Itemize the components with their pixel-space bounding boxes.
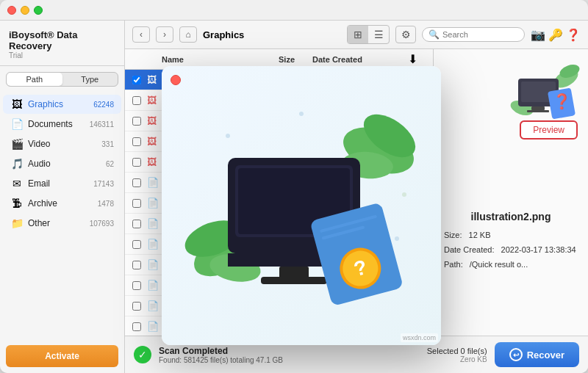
sidebar-item-email[interactable]: ✉ Email 17143 bbox=[3, 174, 121, 193]
list-view-button[interactable]: ☰ bbox=[368, 26, 389, 43]
file-checkbox-4[interactable] bbox=[132, 158, 147, 167]
archive-icon: 🗜 bbox=[10, 197, 24, 210]
svg-rect-6 bbox=[527, 110, 549, 112]
search-input[interactable] bbox=[442, 30, 518, 39]
preview-path-value: /Quick result o... bbox=[470, 260, 528, 269]
scan-title: Scan Completed bbox=[159, 346, 427, 356]
file-type-icon-6: 📄 bbox=[147, 198, 162, 209]
section-title: Graphics bbox=[203, 29, 341, 40]
file-checkbox-7[interactable] bbox=[132, 220, 147, 228]
file-checkbox-5[interactable] bbox=[132, 178, 147, 187]
maximize-button[interactable] bbox=[34, 6, 43, 15]
file-checkbox-0[interactable] bbox=[132, 76, 147, 84]
app-trial: Trial bbox=[9, 51, 115, 59]
file-type-icon-0: 🖼 bbox=[147, 74, 162, 85]
file-type-icon-3: 🖼 bbox=[147, 136, 162, 147]
svg-rect-25 bbox=[279, 267, 309, 278]
preview-path-row: Path: /Quick result o... bbox=[444, 258, 578, 272]
popup-overlay: ? wsxdn.com bbox=[162, 66, 441, 345]
popup-illustration: ? bbox=[184, 92, 419, 319]
preview-size-row: Size: 12 KB bbox=[444, 228, 578, 243]
minimize-button[interactable] bbox=[21, 6, 29, 15]
app-header: iBoysoft® Data Recovery Trial bbox=[0, 21, 124, 66]
svg-rect-5 bbox=[531, 106, 545, 110]
preview-panel: ❓ Preview illustration2.png Size: 12 KB … bbox=[434, 49, 588, 336]
recover-button[interactable]: ↩ Recover bbox=[495, 342, 579, 367]
scan-info: Scan Completed Found: 581425 file(s) tot… bbox=[159, 346, 427, 364]
close-button[interactable] bbox=[7, 6, 16, 15]
file-checkbox-10[interactable] bbox=[132, 281, 147, 290]
info-icon-button[interactable]: 🔑 bbox=[548, 28, 563, 42]
file-checkbox-6[interactable] bbox=[132, 199, 147, 208]
path-tab[interactable]: Path bbox=[7, 73, 62, 86]
file-type-icon-12: 📄 bbox=[147, 321, 162, 332]
file-checkbox-12[interactable] bbox=[132, 322, 147, 331]
popup-image: ? bbox=[162, 66, 441, 345]
selected-files: Selected 0 file(s) bbox=[427, 347, 487, 355]
sidebar-item-archive[interactable]: 🗜 Archive 1478 bbox=[3, 194, 121, 213]
file-type-icon-5: 📄 bbox=[147, 177, 162, 188]
home-button[interactable]: ⌂ bbox=[179, 26, 197, 43]
selected-size: Zero KB bbox=[427, 355, 487, 363]
file-checkbox-8[interactable] bbox=[132, 240, 147, 249]
file-type-icon-4: 🖼 bbox=[147, 156, 162, 167]
file-checkbox-1[interactable] bbox=[132, 96, 147, 105]
header-action: ⬇ bbox=[408, 52, 426, 66]
file-type-icon-10: 📄 bbox=[147, 280, 162, 291]
other-icon: 📁 bbox=[10, 217, 24, 230]
preview-filename: illustration2.png bbox=[471, 211, 551, 222]
popup-close-button[interactable] bbox=[171, 75, 181, 85]
grid-view-button[interactable]: ⊞ bbox=[348, 26, 368, 43]
sidebar-count-email: 17143 bbox=[93, 180, 114, 188]
sidebar-item-graphics[interactable]: 🖼 Graphics 62248 bbox=[3, 95, 121, 114]
toolbar-extra-icons: 📷 🔑 ❓ bbox=[531, 28, 581, 42]
back-button[interactable]: ‹ bbox=[132, 26, 150, 43]
preview-thumbnail-mini: ❓ bbox=[507, 57, 581, 130]
file-type-icon-9: 📄 bbox=[147, 259, 162, 270]
sidebar-count-graphics: 62248 bbox=[93, 101, 114, 109]
sidebar-item-other[interactable]: 📁 Other 107693 bbox=[3, 214, 121, 233]
type-tab[interactable]: Type bbox=[62, 73, 118, 86]
watermark: wsxdn.com bbox=[401, 333, 438, 342]
svg-point-11 bbox=[395, 236, 399, 241]
view-buttons: ⊞ ☰ bbox=[347, 25, 390, 44]
recover-label: Recover bbox=[527, 350, 564, 361]
preview-date-row: Date Created: 2022-03-17 13:38:34 bbox=[444, 243, 578, 258]
forward-button[interactable]: › bbox=[156, 26, 173, 43]
activate-button[interactable]: Activate bbox=[6, 345, 118, 367]
header-name[interactable]: Name bbox=[162, 55, 261, 64]
filter-button[interactable]: ⚙ bbox=[395, 26, 416, 43]
sidebar-label-other: Other bbox=[28, 218, 90, 228]
scan-complete-icon: ✓ bbox=[134, 346, 151, 363]
sidebar-item-video[interactable]: 🎬 Video 331 bbox=[3, 134, 121, 153]
preview-button[interactable]: Preview bbox=[520, 120, 578, 140]
file-checkbox-3[interactable] bbox=[132, 137, 147, 146]
file-checkbox-2[interactable] bbox=[132, 117, 147, 126]
help-icon-button[interactable]: ❓ bbox=[566, 28, 581, 42]
preview-path-label: Path: bbox=[444, 260, 463, 269]
sidebar: iBoysoft® Data Recovery Trial Path Type … bbox=[0, 21, 125, 373]
traffic-lights bbox=[7, 6, 43, 15]
camera-icon-button[interactable]: 📷 bbox=[531, 28, 545, 42]
preview-date-value: 2022-03-17 13:38:34 bbox=[501, 245, 576, 254]
sidebar-count-other: 107693 bbox=[90, 220, 114, 228]
sidebar-count-video: 331 bbox=[101, 140, 114, 148]
file-type-icon-1: 🖼 bbox=[147, 95, 162, 106]
sidebar-label-video: Video bbox=[28, 139, 101, 149]
audio-icon: 🎵 bbox=[10, 157, 24, 170]
sidebar-item-audio[interactable]: 🎵 Audio 62 bbox=[3, 154, 121, 173]
header-size[interactable]: Size bbox=[261, 55, 312, 64]
search-icon: 🔍 bbox=[429, 29, 440, 40]
sidebar-item-documents[interactable]: 📄 Documents 146311 bbox=[3, 115, 121, 134]
file-checkbox-11[interactable] bbox=[132, 302, 147, 311]
sidebar-label-graphics: Graphics bbox=[28, 99, 93, 109]
file-checkbox-9[interactable] bbox=[132, 261, 147, 269]
title-bar bbox=[0, 0, 588, 21]
video-icon: 🎬 bbox=[10, 137, 24, 151]
svg-text:❓: ❓ bbox=[553, 93, 571, 110]
sidebar-label-archive: Archive bbox=[28, 198, 98, 209]
toolbar: ‹ › ⌂ Graphics ⊞ ☰ ⚙ 🔍 📷 🔑 ❓ bbox=[125, 21, 588, 49]
header-date[interactable]: Date Created bbox=[312, 55, 408, 64]
file-type-icon-8: 📄 bbox=[147, 239, 162, 250]
file-type-icon-7: 📄 bbox=[147, 218, 162, 229]
